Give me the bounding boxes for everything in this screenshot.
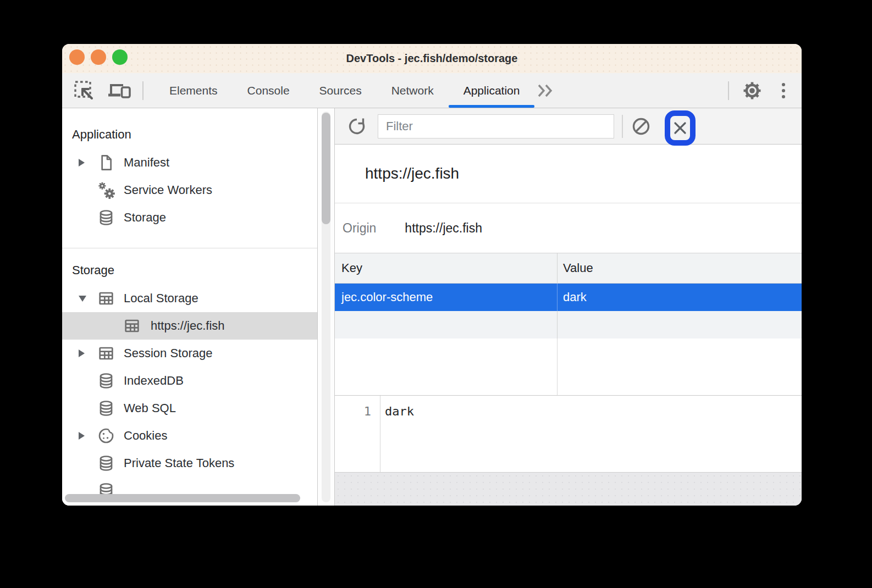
sidebar-horizontal-scrollbar[interactable] — [65, 494, 300, 502]
filter-input[interactable] — [378, 114, 614, 138]
toolbar-divider — [622, 115, 623, 138]
sidebar-heading-storage: Storage — [62, 256, 317, 285]
origin-label: Origin — [343, 221, 376, 236]
sidebar-vertical-scrollbar[interactable] — [322, 113, 330, 224]
devtools-tabbar: ElementsConsoleSourcesNetworkApplication — [62, 73, 802, 108]
sidebar-item-service-workers[interactable]: Service Workers — [62, 176, 317, 204]
table-header-row: Key Value — [335, 253, 802, 284]
bottom-filler — [335, 472, 802, 506]
key-column-header[interactable]: Key — [335, 253, 558, 283]
value-preview-pane[interactable]: 1 dark — [335, 396, 802, 472]
clear-storage-button[interactable] — [631, 116, 652, 137]
settings-gear-icon — [742, 81, 762, 101]
menu-dots-icon — [782, 83, 785, 98]
sidebar-item-manifest[interactable]: Manifest — [62, 149, 317, 176]
database-icon — [97, 209, 115, 226]
tab-console[interactable]: Console — [233, 73, 305, 108]
sidebar-item-label: Service Workers — [124, 183, 212, 197]
sidebar-item-label: Storage — [124, 210, 166, 225]
value-text: dark — [563, 290, 587, 304]
table-icon — [123, 317, 141, 335]
more-tabs-icon — [537, 84, 554, 98]
minimize-window-button[interactable] — [91, 49, 106, 65]
origin-header: https://jec.fish — [365, 165, 459, 182]
sidebar-item-label: Manifest — [124, 156, 169, 170]
sidebar-item-label: Local Storage — [124, 291, 198, 306]
application-sidebar: ApplicationManifestService WorkersStorag… — [62, 108, 318, 506]
table-rows: jec.color-schemedark — [335, 284, 802, 311]
tab-sources[interactable]: Sources — [305, 73, 377, 108]
close-window-button[interactable] — [69, 49, 85, 65]
window-title: DevTools - jec.fish/demo/storage — [346, 52, 518, 65]
key-value-table: Key Value jec.color-schemedark — [335, 253, 802, 396]
tab-elements[interactable]: Elements — [154, 73, 233, 108]
origin-header-section: https://jec.fish — [335, 145, 802, 203]
refresh-button[interactable] — [346, 116, 368, 137]
database-icon — [97, 400, 115, 417]
sidebar-item-indexeddb[interactable]: IndexedDB — [62, 367, 317, 395]
traffic-lights — [69, 49, 128, 65]
sidebar-item-private-state-tokens[interactable]: Private State Tokens — [62, 450, 317, 477]
sidebar-item-label: Session Storage — [124, 346, 212, 360]
value-cell[interactable]: dark — [558, 284, 802, 311]
storage-row-jec-color-scheme[interactable]: jec.color-schemedark — [335, 284, 802, 311]
sidebar-item-label: IndexedDB — [124, 374, 184, 388]
devtools-window: DevTools - jec.fish/demo/storage — [62, 44, 802, 506]
value-column-header[interactable]: Value — [558, 253, 802, 283]
tab-network[interactable]: Network — [377, 73, 449, 108]
sidebar-item-web-sql[interactable]: Web SQL — [62, 395, 317, 422]
close-icon — [672, 120, 688, 136]
table-icon — [97, 345, 115, 362]
expanded-arrow-icon[interactable] — [79, 296, 93, 302]
database-icon — [97, 454, 115, 472]
zoom-window-button[interactable] — [112, 49, 128, 65]
sidebar-item-storage[interactable]: Storage — [62, 204, 317, 231]
cookie-icon — [97, 427, 115, 445]
database-icon — [97, 372, 115, 390]
collapsed-arrow-icon[interactable] — [79, 350, 93, 357]
gears-icon — [97, 181, 115, 199]
key-cell[interactable]: jec.color-scheme — [335, 284, 558, 311]
tabbar-right-divider — [728, 81, 729, 100]
sidebar-item-label: Private State Tokens — [124, 456, 234, 470]
collapsed-arrow-icon[interactable] — [79, 159, 93, 167]
inspect-icon — [74, 80, 95, 101]
inspect-element-button[interactable] — [73, 80, 95, 101]
sidebar-item-cookies[interactable]: Cookies — [62, 422, 317, 450]
origin-row: Origin https://jec.fish — [335, 203, 802, 253]
toggle-device-toolbar-button[interactable] — [107, 80, 131, 101]
delete-selected-button-highlighted[interactable] — [665, 110, 696, 146]
empty-table-row[interactable] — [335, 311, 802, 339]
sidebar-scrollbar-strip — [318, 108, 334, 506]
sidebar-item-session-storage[interactable]: Session Storage — [62, 340, 317, 367]
storage-toolbar — [335, 108, 802, 145]
key-text: jec.color-scheme — [341, 290, 433, 304]
table-filler-area — [335, 339, 802, 395]
tab-application[interactable]: Application — [449, 73, 535, 108]
collapsed-arrow-icon[interactable] — [79, 432, 93, 440]
sidebar-item-label: Web SQL — [124, 401, 176, 415]
device-toolbar-icon — [107, 80, 131, 101]
tabbar-divider — [142, 81, 144, 100]
origin-value: https://jec.fish — [405, 221, 482, 236]
block-icon — [631, 116, 652, 137]
line-number: 1 — [335, 396, 380, 472]
refresh-icon — [346, 116, 367, 137]
local-storage-panel: https://jec.fish Origin https://jec.fish… — [334, 108, 802, 506]
preview-content[interactable]: dark — [380, 396, 802, 472]
more-tabs-button[interactable] — [537, 84, 554, 98]
table-icon — [97, 290, 115, 307]
panel-tabs: ElementsConsoleSourcesNetworkApplication — [154, 73, 534, 108]
sidebar-item-label: Cookies — [124, 429, 167, 443]
sidebar-section-divider — [62, 248, 317, 248]
sidebar-item-https-jec-fish[interactable]: https://jec.fish — [62, 312, 317, 340]
settings-button[interactable] — [742, 81, 762, 101]
titlebar: DevTools - jec.fish/demo/storage — [62, 44, 802, 73]
sidebar-heading-application: Application — [62, 120, 317, 149]
sidebar-item-local-storage[interactable]: Local Storage — [62, 285, 317, 312]
document-icon — [97, 154, 115, 171]
sidebar-item-label: https://jec.fish — [151, 319, 225, 333]
main-menu-button[interactable] — [782, 83, 785, 98]
